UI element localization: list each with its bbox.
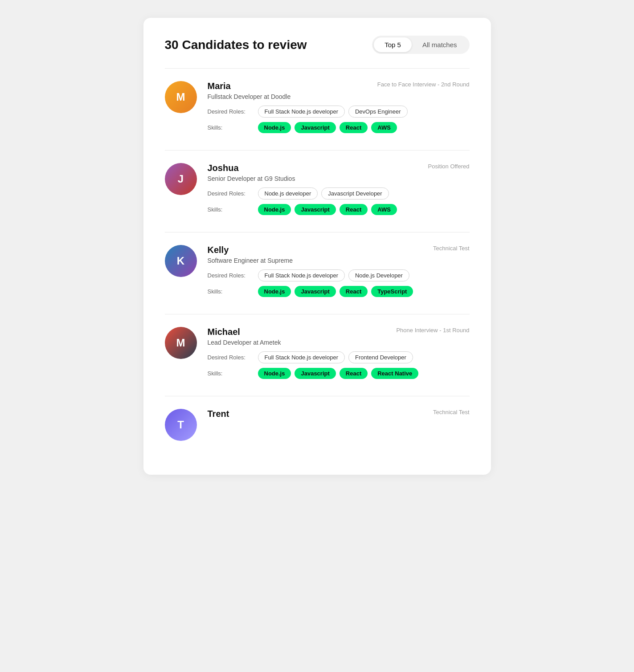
avatar: J <box>165 163 197 195</box>
skill-tag: TypeScript <box>371 286 413 297</box>
candidate-list: MMariaFace to Face Interview - 2nd Round… <box>165 68 470 453</box>
skills-label: Skills: <box>208 124 254 131</box>
candidate-stage: Face to Face Interview - 2nd Round <box>377 81 470 88</box>
desired-role-tag: Full Stack Node.js developer <box>258 269 345 281</box>
avatar: T <box>165 409 197 441</box>
skill-tag: React <box>339 368 368 379</box>
skill-tag: Javascript <box>295 204 335 215</box>
desired-role-tag: Node.js Developer <box>348 269 409 281</box>
skills-row: Skills:Node.jsJavascriptReactAWS <box>208 204 470 215</box>
skill-tag: AWS <box>371 122 397 133</box>
candidate-info: JoshuaPosition OfferedSenior Developer a… <box>208 163 470 220</box>
candidate-stage: Phone Interview - 1st Round <box>396 327 469 334</box>
candidate-item[interactable]: MMichaelPhone Interview - 1st RoundLead … <box>165 314 470 396</box>
candidate-header-row: TrentTechnical Test <box>208 409 470 419</box>
candidate-header-row: MariaFace to Face Interview - 2nd Round <box>208 81 470 91</box>
candidate-item[interactable]: MMariaFace to Face Interview - 2nd Round… <box>165 68 470 150</box>
desired-roles-row: Desired Roles:Full Stack Node.js develop… <box>208 106 470 118</box>
candidate-header-row: MichaelPhone Interview - 1st Round <box>208 327 470 337</box>
skill-tag: React <box>339 122 368 133</box>
candidate-name: Michael <box>208 327 240 337</box>
avatar: M <box>165 81 197 113</box>
avatar: M <box>165 327 197 359</box>
skill-tag: Javascript <box>295 122 335 133</box>
candidate-role: Senior Developer at G9 Studios <box>208 175 470 182</box>
skill-tag: AWS <box>371 204 397 215</box>
avatar: K <box>165 245 197 277</box>
candidate-role: Lead Developer at Ametek <box>208 339 470 346</box>
candidate-item[interactable]: KKellyTechnical TestSoftware Engineer at… <box>165 232 470 314</box>
candidate-info: TrentTechnical Test <box>208 409 470 424</box>
candidate-role: Software Engineer at Supreme <box>208 257 470 264</box>
candidate-info: MichaelPhone Interview - 1st RoundLead D… <box>208 327 470 383</box>
page-title: 30 Candidates to review <box>165 38 307 52</box>
skills-label: Skills: <box>208 370 254 377</box>
desired-role-tag: Javascript Developer <box>321 187 389 200</box>
candidate-name: Trent <box>208 409 229 419</box>
desired-roles-row: Desired Roles:Full Stack Node.js develop… <box>208 269 470 281</box>
all-matches-filter-button[interactable]: All matches <box>412 37 468 52</box>
desired-role-tag: DevOps Engineer <box>348 106 408 118</box>
filter-toggle-group: Top 5 All matches <box>372 36 469 54</box>
candidate-stage: Technical Test <box>433 409 469 415</box>
top-filter-button[interactable]: Top 5 <box>374 37 412 52</box>
skill-tag: Node.js <box>258 286 291 297</box>
skill-tag: Javascript <box>295 368 335 379</box>
desired-roles-row: Desired Roles:Node.js developerJavascrip… <box>208 187 470 200</box>
skills-label: Skills: <box>208 288 254 295</box>
candidate-item[interactable]: TTrentTechnical Test <box>165 396 470 453</box>
skill-tag: Node.js <box>258 122 291 133</box>
candidate-item[interactable]: JJoshuaPosition OfferedSenior Developer … <box>165 150 470 232</box>
skill-tag: Node.js <box>258 204 291 215</box>
skill-tag: React Native <box>371 368 418 379</box>
desired-role-tag: Full Stack Node.js developer <box>258 106 345 118</box>
skill-tag: Javascript <box>295 286 335 297</box>
candidate-header-row: JoshuaPosition Offered <box>208 163 470 173</box>
skills-row: Skills:Node.jsJavascriptReactTypeScript <box>208 286 470 297</box>
desired-role-tag: Full Stack Node.js developer <box>258 351 345 363</box>
desired-roles-label: Desired Roles: <box>208 272 254 279</box>
candidate-stage: Position Offered <box>428 163 470 170</box>
skill-tag: React <box>339 204 368 215</box>
desired-roles-label: Desired Roles: <box>208 190 254 197</box>
page-header: 30 Candidates to review Top 5 All matche… <box>165 36 470 54</box>
candidate-info: MariaFace to Face Interview - 2nd RoundF… <box>208 81 470 138</box>
skill-tag: React <box>339 286 368 297</box>
candidate-info: KellyTechnical TestSoftware Engineer at … <box>208 245 470 301</box>
desired-roles-label: Desired Roles: <box>208 108 254 115</box>
skills-row: Skills:Node.jsJavascriptReactReact Nativ… <box>208 368 470 379</box>
desired-role-tag: Node.js developer <box>258 187 318 200</box>
skills-row: Skills:Node.jsJavascriptReactAWS <box>208 122 470 133</box>
candidate-role: Fullstack Developer at Doodle <box>208 93 470 100</box>
desired-roles-row: Desired Roles:Full Stack Node.js develop… <box>208 351 470 363</box>
skill-tag: Node.js <box>258 368 291 379</box>
candidate-name: Kelly <box>208 245 229 255</box>
candidate-name: Maria <box>208 81 231 91</box>
main-card: 30 Candidates to review Top 5 All matche… <box>143 18 491 475</box>
candidate-name: Joshua <box>208 163 239 173</box>
candidate-header-row: KellyTechnical Test <box>208 245 470 255</box>
skills-label: Skills: <box>208 206 254 213</box>
desired-role-tag: Frontend Developer <box>348 351 413 363</box>
desired-roles-label: Desired Roles: <box>208 354 254 361</box>
candidate-stage: Technical Test <box>433 245 469 252</box>
